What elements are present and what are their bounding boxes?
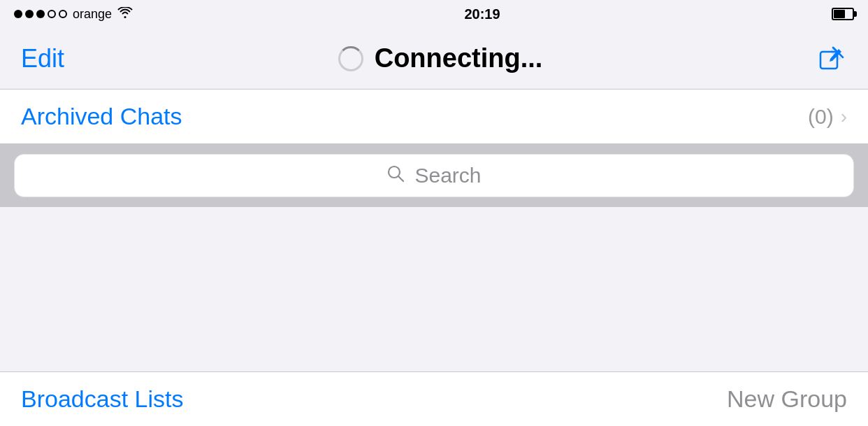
archived-chats-row[interactable]: Archived Chats (0) ›: [0, 90, 868, 144]
status-bar: orange 20:19: [0, 0, 868, 28]
nav-title-area: Connecting...: [338, 43, 543, 73]
status-left: orange: [14, 7, 133, 22]
signal-dot-4: [48, 10, 56, 18]
signal-dot-2: [25, 10, 34, 18]
signal-dots: [14, 10, 67, 18]
status-right: [832, 8, 854, 20]
broadcast-lists-button[interactable]: Broadcast Lists: [21, 385, 183, 413]
archived-chats-right: (0) ›: [808, 105, 847, 129]
edit-button[interactable]: Edit: [21, 44, 64, 73]
wifi-icon: [117, 7, 133, 22]
chevron-right-icon: ›: [841, 106, 847, 128]
nav-bar: Edit Connecting...: [0, 28, 868, 90]
archived-chats-label: Archived Chats: [21, 103, 182, 130]
status-time: 20:19: [464, 6, 500, 22]
nav-title: Connecting...: [375, 43, 543, 73]
signal-dot-1: [14, 10, 22, 18]
archived-chats-count: (0): [808, 105, 834, 129]
svg-line-2: [833, 48, 836, 50]
signal-dot-5: [59, 10, 67, 18]
svg-line-4: [398, 176, 403, 181]
carrier-name: orange: [73, 7, 112, 22]
new-group-button[interactable]: New Group: [727, 385, 847, 413]
connecting-spinner: [338, 46, 363, 71]
search-bar[interactable]: Search: [14, 154, 854, 197]
search-section: Search: [0, 144, 868, 207]
battery-icon: [832, 8, 854, 20]
search-icon: [386, 164, 405, 187]
battery-fill: [834, 10, 845, 18]
signal-dot-3: [36, 10, 45, 18]
compose-button[interactable]: [816, 43, 847, 74]
search-placeholder: Search: [414, 164, 481, 187]
bottom-bar: Broadcast Lists New Group: [0, 371, 868, 426]
